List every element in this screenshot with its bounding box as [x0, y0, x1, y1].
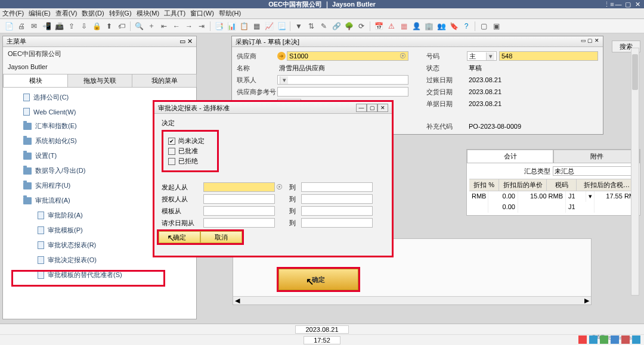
menu-modules[interactable]: 模块(M): [137, 9, 160, 18]
layout-icon[interactable]: ▦: [251, 21, 262, 32]
help-icon[interactable]: ?: [461, 21, 472, 32]
close-icon[interactable]: ✕: [633, 0, 642, 8]
tag-icon[interactable]: 🏷: [116, 21, 127, 32]
checkbox-approved[interactable]: [168, 148, 175, 155]
separator: [130, 21, 131, 31]
menu-edit[interactable]: 编辑(E): [29, 9, 51, 18]
up-icon[interactable]: ⬆: [104, 21, 114, 32]
import-icon[interactable]: ⇩: [79, 21, 89, 32]
template-from-input[interactable]: [203, 206, 275, 216]
maximize-icon[interactable]: ▢: [624, 0, 632, 8]
print-icon[interactable]: 🖨: [16, 21, 27, 32]
authorizer-from-input[interactable]: [203, 194, 275, 204]
sum-type-select[interactable]: 未汇总▾: [553, 166, 637, 176]
tab-modules[interactable]: 模块: [3, 74, 68, 87]
originator-from-input[interactable]: [203, 182, 275, 192]
tray-icon[interactable]: [589, 335, 597, 344]
tab-attachments[interactable]: 附件: [553, 150, 640, 163]
contact-input[interactable]: ▾: [277, 75, 408, 85]
window-icon[interactable]: ▢: [478, 21, 489, 32]
tab-drag[interactable]: 拖放与关联: [67, 74, 132, 87]
minimize-icon[interactable]: —: [614, 0, 623, 8]
horizontal-scrollbar[interactable]: ◀▶: [233, 296, 591, 304]
sort-icon[interactable]: ⇅: [306, 21, 317, 32]
supplier-ref-input[interactable]: [277, 87, 408, 97]
supplier-name: 滑雪用品供应商: [277, 63, 408, 73]
status-time: 17:52: [304, 336, 340, 344]
authorizer-to-input[interactable]: [301, 194, 373, 204]
delivery-date: 2023.08.21: [467, 87, 598, 97]
ok-button[interactable]: 确定: [159, 231, 200, 243]
doc-no-input[interactable]: 548: [499, 51, 598, 61]
sms-icon[interactable]: 📲: [41, 21, 52, 32]
pdf-icon[interactable]: 📑: [213, 21, 224, 32]
last-icon[interactable]: ⇥: [196, 21, 207, 32]
request-date-from-input[interactable]: [203, 218, 275, 228]
menu-data[interactable]: 数据(D): [82, 9, 104, 18]
minimize-icon[interactable]: —: [356, 104, 367, 112]
people-icon[interactable]: 👥: [436, 21, 447, 32]
close-icon[interactable]: ✕: [377, 104, 388, 112]
settings-icon[interactable]: ⋮≡: [605, 0, 613, 8]
checkbox-pending[interactable]: ✔: [168, 138, 175, 145]
windows-icon[interactable]: ▣: [491, 21, 501, 32]
form-window-controls[interactable]: ▭ ▢ ✕: [581, 38, 599, 45]
doc-type-select[interactable]: 主▾: [467, 51, 497, 61]
checkbox-rejected[interactable]: [168, 158, 175, 165]
separator: [290, 21, 290, 31]
fax-icon[interactable]: 📠: [54, 21, 64, 32]
menu-view[interactable]: 查看(V): [55, 9, 78, 18]
menu-file[interactable]: 文件(F): [2, 9, 24, 18]
prev-icon[interactable]: ←: [171, 21, 182, 32]
xls-icon[interactable]: 📊: [226, 21, 237, 32]
menu-window[interactable]: 窗口(W): [190, 9, 214, 18]
template-to-input[interactable]: [301, 206, 373, 216]
cursor-icon: ↖: [167, 232, 177, 242]
tag2-icon[interactable]: 🔖: [448, 21, 459, 32]
panel-close-icon[interactable]: ▭ ✕: [179, 38, 193, 45]
org-icon[interactable]: 🏢: [423, 21, 434, 32]
dialog-titlebar[interactable]: 审批决定报表 - 选择标准 — ▢ ✕: [154, 102, 392, 114]
filter-icon[interactable]: ▼: [293, 21, 304, 32]
new-icon[interactable]: 📄: [4, 21, 14, 32]
grid-row[interactable]: 0.00 J1: [469, 202, 637, 213]
vertical-scrollbar[interactable]: [631, 48, 639, 296]
doc-icon[interactable]: 📋: [239, 21, 249, 32]
confirm-button[interactable]: 确定 ↖: [278, 269, 358, 290]
tree-approval-substitute[interactable]: 审批模板的替代批准者(S): [3, 268, 196, 282]
add-icon[interactable]: ＋: [146, 21, 157, 32]
menu-goto[interactable]: 转到(G): [109, 9, 132, 18]
goto-icon[interactable]: ➜: [277, 52, 286, 60]
refresh-icon[interactable]: ⟳: [356, 21, 367, 32]
alert-icon[interactable]: ⚠: [386, 21, 397, 32]
edit-icon[interactable]: ✎: [318, 21, 329, 32]
find-icon[interactable]: 🔍: [134, 21, 144, 32]
cancel-button[interactable]: 取消: [200, 231, 242, 243]
request-date-to-input[interactable]: [301, 218, 373, 228]
originator-to-input[interactable]: [301, 182, 373, 192]
lock-icon[interactable]: 🔒: [91, 21, 102, 32]
supplier-code-input[interactable]: S1000⦿: [287, 51, 408, 61]
next-icon[interactable]: →: [184, 21, 194, 32]
tray-icon[interactable]: [621, 335, 630, 344]
mail-icon[interactable]: ✉: [29, 21, 39, 32]
tray-icon[interactable]: [611, 335, 619, 344]
grid-icon[interactable]: ▦: [398, 21, 409, 32]
user-icon[interactable]: 👤: [411, 21, 422, 32]
maximize-icon[interactable]: ▢: [367, 104, 377, 112]
menu-tools[interactable]: 工具(T): [164, 9, 185, 18]
tray-icon[interactable]: [578, 335, 587, 344]
link-icon[interactable]: 🔗: [331, 21, 342, 32]
chart-icon[interactable]: 📈: [264, 21, 274, 32]
tray-icon[interactable]: [600, 335, 608, 344]
cal-icon[interactable]: 📅: [373, 21, 384, 32]
export-icon[interactable]: ⇪: [66, 21, 77, 32]
tree-icon[interactable]: 🌳: [343, 21, 354, 32]
tab-mymenu[interactable]: 我的菜单: [132, 74, 197, 87]
report-icon[interactable]: 📃: [276, 21, 287, 32]
tab-accounting[interactable]: 会计: [467, 150, 553, 163]
grid-row[interactable]: RMB 0.00 15.00 RMB J1▾ 17.55 RM: [469, 191, 637, 202]
tray-icon[interactable]: [632, 335, 640, 344]
first-icon[interactable]: ⇤: [159, 21, 169, 32]
menu-help[interactable]: 帮助(H): [219, 9, 241, 18]
